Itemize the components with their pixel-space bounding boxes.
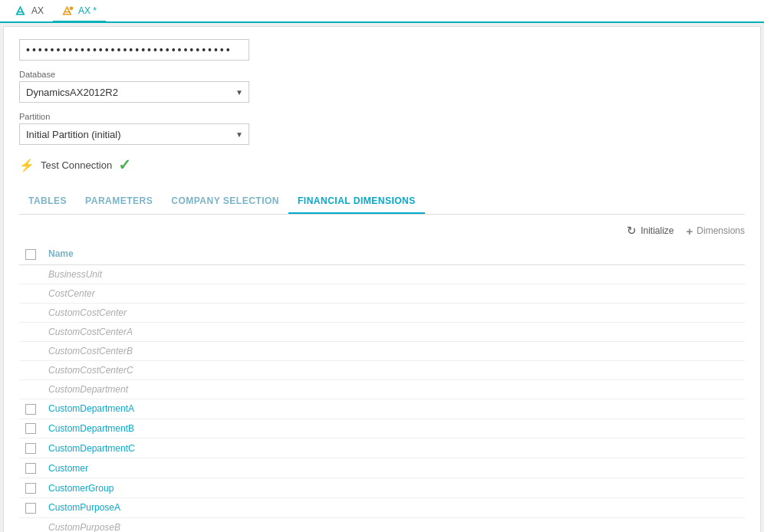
database-label: Database <box>19 70 745 79</box>
row-checkbox[interactable] <box>25 443 36 454</box>
dimensions-button[interactable]: Dimensions <box>687 225 745 238</box>
table-header-name: Name <box>42 244 745 264</box>
dimensions-table: Name BusinessUnitCostCenterCustomCostCen… <box>19 244 745 532</box>
ax-star-logo-icon <box>62 5 74 16</box>
nav-tab-parameters[interactable]: PARAMETERS <box>76 189 162 214</box>
nav-tab-tables[interactable]: TABLES <box>19 189 76 214</box>
row-checkbox[interactable] <box>25 463 36 474</box>
row-name: CustomCostCenterC <box>48 365 133 376</box>
row-name: Customer <box>48 463 88 474</box>
table-header-row: Name <box>19 244 745 264</box>
tab-bar: AX AX * <box>0 0 764 23</box>
initialize-label: Initialize <box>641 225 673 236</box>
table-row: CustomCostCenterB <box>19 341 745 360</box>
test-connection-label: Test Connection <box>41 159 112 171</box>
main-content: Database DynamicsAX2012R2 ▼ Partition In… <box>3 26 761 532</box>
row-name: CustomerGroup <box>48 483 114 494</box>
tab-ax[interactable]: AX <box>6 1 53 22</box>
row-checkbox[interactable] <box>25 423 36 434</box>
svg-marker-0 <box>17 7 25 15</box>
dimensions-label: Dimensions <box>696 225 745 236</box>
tab-ax-star[interactable]: AX * <box>53 1 106 22</box>
partition-dropdown-wrapper: Initial Partition (initial) ▼ <box>19 123 249 145</box>
table-row: BusinessUnit <box>19 264 745 284</box>
plus-icon <box>687 225 693 238</box>
database-dropdown-wrapper: DynamicsAX2012R2 ▼ <box>19 81 249 103</box>
row-checkbox[interactable] <box>25 404 36 415</box>
table-header-checkbox <box>19 244 42 264</box>
row-name: CustomDepartmentC <box>48 443 135 454</box>
table-row: CostCenter <box>19 284 745 303</box>
svg-point-4 <box>70 6 74 10</box>
toolbar: Initialize Dimensions <box>19 224 745 238</box>
tab-ax-star-label: AX * <box>78 5 97 16</box>
tab-ax-label: AX <box>31 5 44 16</box>
row-name: CustomCostCenterB <box>48 346 133 356</box>
table-row: Customer <box>19 458 745 478</box>
nav-tabs: TABLES PARAMETERS COMPANY SELECTION FINA… <box>19 189 745 215</box>
table-row: CustomerGroup <box>19 478 745 498</box>
row-name: CustomCostCenter <box>48 307 127 318</box>
table-row: CustomDepartmentA <box>19 399 745 419</box>
partition-select[interactable]: Initial Partition (initial) <box>19 123 249 145</box>
nav-tab-company-selection[interactable]: COMPANY SELECTION <box>162 189 288 214</box>
test-connection-success-icon: ✓ <box>118 156 131 174</box>
table-row: CustomPurposeB <box>19 517 745 532</box>
table-row: CustomCostCenter <box>19 303 745 322</box>
row-name: CustomDepartmentA <box>48 403 134 414</box>
table-row: CustomCostCenterA <box>19 322 745 341</box>
test-connection-row: ⚡ Test Connection ✓ <box>19 156 745 174</box>
refresh-icon <box>627 224 637 238</box>
row-name: BusinessUnit <box>48 269 102 280</box>
database-select[interactable]: DynamicsAX2012R2 <box>19 81 249 103</box>
row-name: CustomDepartmentB <box>48 423 134 434</box>
row-name: CustomPurposeB <box>48 522 120 532</box>
partition-label: Partition <box>19 112 745 121</box>
row-name: CustomPurposeA <box>48 502 120 513</box>
row-name: CustomDepartment <box>48 384 128 395</box>
table-row: CustomCostCenterC <box>19 360 745 379</box>
row-name: CustomCostCenterA <box>48 327 133 337</box>
table-row: CustomPurposeA <box>19 498 745 517</box>
initialize-button[interactable]: Initialize <box>627 224 673 238</box>
table-row: CustomDepartmentC <box>19 438 745 458</box>
select-all-checkbox[interactable] <box>25 249 36 260</box>
test-connection-icon: ⚡ <box>19 158 35 172</box>
ax-logo-icon <box>15 5 28 16</box>
row-checkbox[interactable] <box>25 483 36 494</box>
nav-tab-financial-dimensions[interactable]: FINANCIAL DIMENSIONS <box>288 189 425 214</box>
row-checkbox[interactable] <box>25 503 36 514</box>
table-row: CustomDepartment <box>19 379 745 399</box>
row-name: CostCenter <box>48 288 95 299</box>
table-row: CustomDepartmentB <box>19 419 745 438</box>
password-input[interactable] <box>19 39 249 61</box>
